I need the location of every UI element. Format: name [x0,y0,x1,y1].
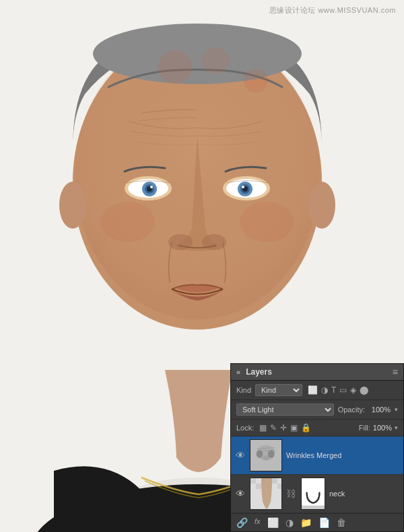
color-filter-icon[interactable]: ⬤ [360,385,368,395]
layer-name: neck [329,490,399,498]
lock-label: Lock: [236,424,254,432]
wrinkles-thumb-svg [250,439,281,471]
type-filter-icon[interactable]: T [331,385,336,395]
svg-rect-35 [250,478,256,484]
layer-item[interactable]: 👁 Wrinkles Merged [231,436,403,475]
blend-mode-select[interactable]: Soft Light Normal Multiply Screen Overla… [236,404,334,416]
layer-mask-thumbnail [301,478,325,510]
lock-padlock-icon[interactable]: 🔒 [301,423,311,432]
add-mask-icon[interactable]: ⬜ [267,517,279,528]
fill-dropdown-arrow[interactable]: ▾ [395,424,398,431]
svg-point-5 [93,24,302,84]
svg-rect-39 [272,478,277,484]
neck-mask-content [302,478,325,509]
panel-menu-icon[interactable]: ≡ [393,367,398,377]
layers-list: 👁 Wrinkles Merged 👁 [231,436,403,513]
shape-filter-icon[interactable]: ▭ [339,385,347,395]
kind-row: Kind Kind Name Effect ⬜ ◑ T ▭ ◈ ⬤ [231,381,403,400]
delete-layer-icon[interactable]: 🗑 [337,517,346,528]
lock-artboard-icon[interactable]: ▣ [290,423,298,432]
lock-checkerboard-icon[interactable]: ▦ [259,423,267,432]
svg-point-31 [263,455,269,461]
layer-name: Wrinkles Merged [286,451,399,459]
header-left: « Layers [236,367,272,377]
pixel-filter-icon[interactable]: ⬜ [308,385,318,395]
svg-rect-36 [256,478,261,484]
kind-label: Kind [236,386,251,394]
svg-rect-40 [277,478,282,484]
fx-icon[interactable]: fx [255,517,261,528]
new-layer-icon[interactable]: 📄 [318,517,330,528]
kind-select[interactable]: Kind Name Effect [255,384,302,396]
smart-filter-icon[interactable]: ◈ [350,385,356,395]
lock-move-icon[interactable]: ✛ [280,423,287,432]
eye-visibility-icon[interactable]: 👁 [235,488,246,499]
eye-visibility-icon[interactable]: 👁 [235,450,246,461]
svg-point-21 [240,202,294,242]
svg-rect-41 [250,484,256,489]
layers-panel: « Layers ≡ Kind Kind Name Effect ⬜ ◑ T ▭… [230,363,404,532]
svg-point-30 [268,450,275,458]
svg-rect-46 [277,484,282,489]
svg-point-24 [158,50,192,84]
collapse-arrow[interactable]: « [236,368,240,376]
layers-toolbar: 🔗 fx ⬜ ◑ 📁 📄 🗑 [231,513,403,531]
panel-collapse-arrows[interactable]: « [236,368,240,376]
opacity-dropdown-arrow[interactable]: ▾ [395,406,398,413]
panel-title: Layers [246,367,272,377]
lock-row: Lock: ▦ ✎ ✛ ▣ 🔒 Fill: 100% ▾ [231,420,403,436]
fill-value[interactable]: 100% [373,424,392,432]
layers-panel-header: « Layers ≡ [231,364,403,381]
svg-rect-47 [302,478,325,506]
svg-rect-42 [256,484,261,489]
svg-point-17 [242,186,244,188]
svg-point-23 [308,182,335,229]
layer-item[interactable]: 👁 [231,475,403,513]
fill-section: Fill: 100% ▾ [359,424,398,432]
svg-point-20 [101,202,155,242]
lock-brush-icon[interactable]: ✎ [270,423,277,432]
adjust-filter-icon[interactable]: ◑ [321,385,328,395]
svg-point-26 [244,69,268,93]
layer-thumbnail [250,439,282,471]
svg-rect-45 [272,484,277,489]
layer-thumbnail [250,478,282,510]
opacity-value[interactable]: 100% [369,406,391,414]
blend-row: Soft Light Normal Multiply Screen Overla… [231,400,403,420]
neck-thumb-content [250,478,281,509]
adjustment-icon[interactable]: ◑ [285,517,294,528]
toolbar-icons: 🔗 fx ⬜ ◑ 📁 📄 🗑 [236,517,346,528]
svg-point-22 [59,182,86,229]
layer-chain-icon: ⛓ [286,488,296,499]
fill-label: Fill: [359,424,370,432]
opacity-label: Opacity: [338,406,365,414]
neck-thumb-svg [250,478,282,510]
filter-icons: ⬜ ◑ T ▭ ◈ ⬤ [308,385,368,395]
lock-icons: ▦ ✎ ✛ ▣ 🔒 [259,423,311,432]
svg-point-11 [150,186,153,188]
folder-icon[interactable]: 📁 [300,517,312,528]
svg-point-25 [202,47,229,74]
wrinkles-thumb-content [250,440,281,471]
watermark: 思缘设计论坛 www.MISSVUAN.com [269,5,396,15]
link-layers-icon[interactable]: 🔗 [236,517,248,528]
neck-mask-svg [302,478,325,506]
